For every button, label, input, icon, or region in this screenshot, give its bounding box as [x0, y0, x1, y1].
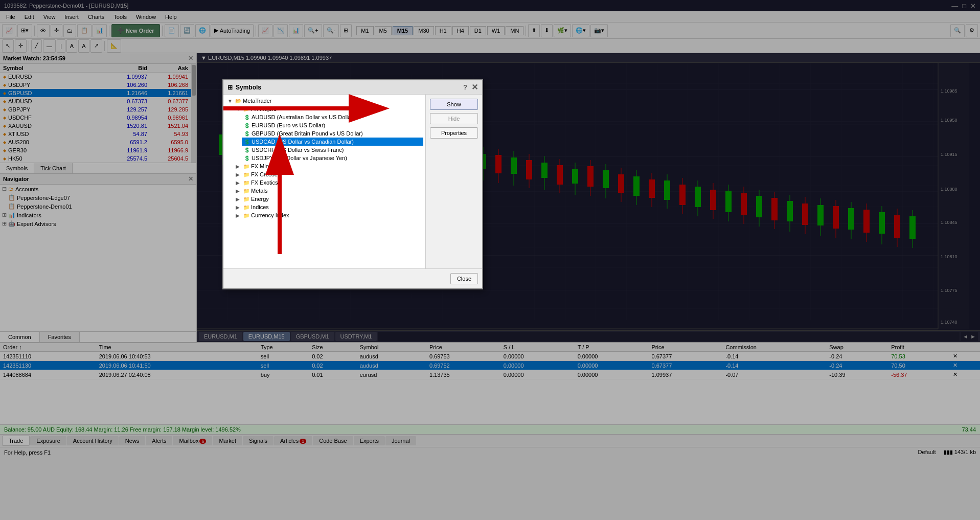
close-dialog-button[interactable]: Close [450, 273, 478, 284]
dialog-help-btn[interactable]: ? [463, 83, 467, 91]
dialog-tree: ▼ 📂 MetaTrader ▼ 📂 FX Majors 💲 [223, 95, 426, 268]
tree-fx-minors-group: ▶ 📁 FX Minors [225, 162, 423, 170]
dialog-icon: ⊞ [227, 84, 233, 91]
tree-fx-exotics-icon: 📁 [243, 180, 249, 186]
tree-audusd-label: AUDUSD (Australian Dollar vs US Dollar) [252, 114, 355, 120]
tree-eurusd[interactable]: 💲 EURUSD (Euro vs US Dollar) [242, 121, 423, 129]
tree-metals[interactable]: ▶ 📁 Metals [234, 187, 423, 195]
tree-usdjpy-label: USDJPY (US Dollar vs Japanese Yen) [252, 155, 347, 161]
tree-root-label: MetaTrader [243, 98, 271, 104]
tree-fx-majors-icon: 📂 [243, 106, 249, 112]
tree-eurusd-label: EURUSD (Euro vs US Dollar) [252, 122, 325, 128]
dialog-title-left: ⊞ Symbols [227, 84, 261, 91]
tree-gbpusd-icon: 💲 [244, 131, 250, 137]
dialog-buttons: Show Hide Properties [426, 95, 482, 268]
tree-fx-exotics-group: ▶ 📁 FX Exotics [225, 178, 423, 187]
dialog-close-btn[interactable]: ✕ [471, 82, 478, 92]
tree-indices-label: Indices [251, 204, 269, 210]
tree-fx-crosses[interactable]: ▶ 📁 FX Crosses [234, 170, 423, 178]
tree-fx-minors-icon: 📁 [243, 164, 249, 169]
tree-indices-icon: 📁 [243, 205, 249, 210]
tree-fx-exotics[interactable]: ▶ 📁 FX Exotics [234, 178, 423, 187]
tree-metals-icon: 📁 [243, 188, 249, 194]
tree-usdcad-icon: 💲 [244, 139, 250, 145]
tree-fx-crosses-icon: 📁 [243, 172, 249, 177]
tree-currency-index-group: ▶ 📁 Currency Index [225, 211, 423, 219]
dialog-footer: Close [223, 268, 482, 288]
tree-fx-crosses-expander: ▶ [236, 172, 242, 177]
tree-fx-crosses-label: FX Crosses [251, 171, 280, 177]
tree-fx-exotics-label: FX Exotics [251, 179, 278, 186]
show-button[interactable]: Show [430, 99, 478, 110]
tree-gbpusd[interactable]: 💲 GBPUSD (Great Britain Pound vs US Doll… [242, 129, 423, 138]
tree-usdjpy-icon: 💲 [244, 155, 250, 161]
tree-audusd[interactable]: 💲 AUDUSD (Australian Dollar vs US Dollar… [242, 113, 423, 121]
tree-fx-crosses-group: ▶ 📁 FX Crosses [225, 170, 423, 178]
dialog-title: Symbols [236, 84, 261, 91]
properties-button[interactable]: Properties [430, 127, 478, 139]
tree-energy-group: ▶ 📁 Energy [225, 195, 423, 203]
tree-energy-label: Energy [251, 196, 269, 202]
tree-fx-majors-expander: ▼ [236, 106, 242, 112]
tree-indices-group: ▶ 📁 Indices [225, 203, 423, 211]
tree-fx-minors-label: FX Minors [251, 163, 277, 169]
tree-usdcad[interactable]: 💲 USDCAD (US Dollar vs Canadian Dollar) [242, 138, 423, 146]
tree-fx-majors-items: 💲 AUDUSD (Australian Dollar vs US Dollar… [234, 113, 423, 162]
tree-fx-majors-label: FX Majors [251, 106, 277, 112]
tree-metals-expander: ▶ [236, 188, 242, 194]
tree-currency-index-icon: 📁 [243, 213, 249, 218]
tree-usdchf[interactable]: 💲 USDCHF (US Dollar vs Swiss Franc) [242, 146, 423, 154]
modal-overlay: ⊞ Symbols ? ✕ ▼ 📂 MetaTrader ▼ [0, 0, 980, 520]
tree-indices[interactable]: ▶ 📁 Indices [234, 203, 423, 211]
tree-energy[interactable]: ▶ 📁 Energy [234, 195, 423, 203]
tree-usdcad-label: USDCAD (US Dollar vs Canadian Dollar) [252, 139, 354, 145]
tree-fx-majors-group: ▼ 📂 FX Majors 💲 AUDUSD (Australian Dolla… [225, 105, 423, 162]
tree-audusd-icon: 💲 [244, 115, 250, 120]
tree-energy-expander: ▶ [236, 196, 242, 202]
tree-currency-index-expander: ▶ [236, 213, 242, 218]
dialog-titlebar: ⊞ Symbols ? ✕ [223, 80, 482, 95]
tree-root[interactable]: ▼ 📂 MetaTrader [225, 97, 423, 105]
tree-fx-minors[interactable]: ▶ 📁 FX Minors [234, 162, 423, 170]
tree-root-icon: 📂 [235, 98, 241, 104]
tree-currency-index[interactable]: ▶ 📁 Currency Index [234, 211, 423, 219]
tree-usdchf-label: USDCHF (US Dollar vs Swiss Franc) [252, 147, 344, 153]
tree-usdchf-icon: 💲 [244, 147, 250, 153]
tree-indices-expander: ▶ [236, 205, 242, 210]
hide-button[interactable]: Hide [430, 113, 478, 124]
dialog-controls: ? ✕ [463, 82, 478, 92]
tree-usdjpy[interactable]: 💲 USDJPY (US Dollar vs Japanese Yen) [242, 154, 423, 162]
tree-metals-label: Metals [251, 188, 267, 194]
tree-root-expander: ▼ [227, 98, 234, 104]
tree-energy-icon: 📁 [243, 196, 249, 202]
tree-fx-minors-expander: ▶ [236, 164, 242, 169]
dialog-content: ▼ 📂 MetaTrader ▼ 📂 FX Majors 💲 [223, 95, 482, 268]
tree-gbpusd-label: GBPUSD (Great Britain Pound vs US Dollar… [252, 130, 363, 137]
tree-metals-group: ▶ 📁 Metals [225, 187, 423, 195]
tree-currency-index-label: Currency Index [251, 212, 289, 218]
tree-eurusd-icon: 💲 [244, 123, 250, 128]
symbols-dialog: ⊞ Symbols ? ✕ ▼ 📂 MetaTrader ▼ [222, 79, 483, 289]
tree-fx-majors[interactable]: ▼ 📂 FX Majors [234, 105, 423, 113]
tree-fx-exotics-expander: ▶ [236, 180, 242, 186]
